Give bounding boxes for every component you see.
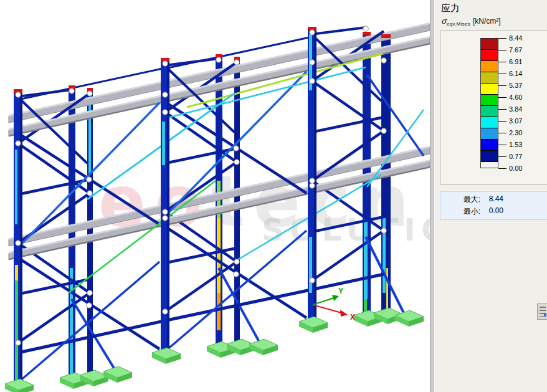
stress-legend: 8.447.676.916.145.374.603.843.072.301.53…: [440, 31, 547, 185]
rack-structure-drawing: X Y: [0, 0, 430, 392]
min-value: 0.00: [485, 206, 503, 217]
max-value: 8.44: [485, 194, 503, 205]
sigma-subscript: eqv,Mises: [447, 21, 470, 27]
model-viewport[interactable]: eotecn SOLUTIONS: [0, 0, 430, 392]
max-label: 最大:: [464, 194, 480, 205]
max-row: 最大: 8.44: [440, 194, 547, 205]
application-window: eotecn SOLUTIONS: [0, 0, 547, 392]
min-label: 最小:: [464, 206, 480, 217]
axis-y-label: Y: [338, 287, 343, 295]
legend-ticks: 8.447.676.916.145.374.603.843.072.301.53…: [498, 38, 546, 169]
panel-splitter[interactable]: [430, 0, 435, 392]
list-lines-icon: [540, 307, 546, 317]
minmax-summary: 最大: 8.44 最小: 0.00: [440, 191, 547, 220]
panel-title: 应力: [435, 0, 547, 14]
result-quantity-label: σeqv,Mises[kN/cm²]: [435, 14, 547, 28]
base-plates: [5, 308, 424, 392]
min-row: 最小: 0.00: [440, 206, 547, 217]
axis-triad: X Y: [313, 287, 355, 322]
result-panel: 应力 σeqv,Mises[kN/cm²] 8.447.676.916.145.…: [435, 0, 547, 392]
unit-label: [kN/cm²]: [473, 17, 501, 26]
legend-colorbar: [480, 38, 498, 168]
axis-x-label: X: [350, 313, 355, 322]
sigma-symbol: σ: [441, 16, 447, 26]
legend-options-button[interactable]: [537, 304, 547, 320]
